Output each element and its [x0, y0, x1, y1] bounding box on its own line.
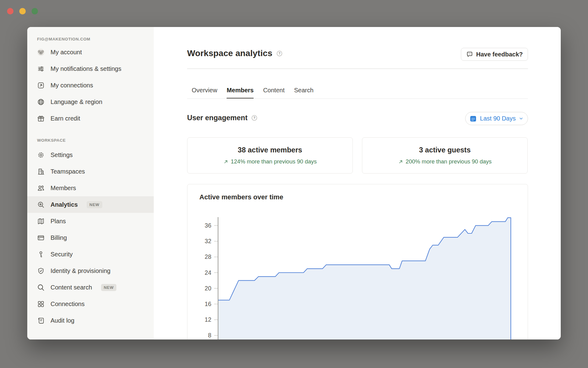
gear-icon	[37, 151, 45, 159]
grid-icon	[37, 300, 45, 308]
calendar-icon	[469, 115, 477, 122]
sidebar-item-label: Earn credit	[51, 113, 80, 124]
sidebar-item-earn-credit[interactable]: Earn credit	[27, 110, 154, 127]
zoom-window-button[interactable]	[32, 8, 38, 14]
stat-card: 3 active guests200% more than previous 9…	[362, 137, 528, 174]
stat-trend: 200% more than previous 90 days	[398, 158, 492, 165]
traffic-lights	[7, 8, 38, 14]
stat-headline: 3 active guests	[419, 146, 471, 154]
sidebar-item-connections[interactable]: Connections	[27, 296, 154, 312]
arrow-up-right-box-icon	[37, 82, 45, 89]
stat-trend: 124% more than previous 90 days	[223, 158, 317, 165]
tab-search[interactable]: Search	[294, 84, 313, 99]
sidebar-item-billing[interactable]: Billing	[27, 229, 154, 246]
question-circle-icon: ?	[276, 50, 283, 57]
sidebar-item-label: Connections	[51, 299, 85, 309]
stat-headline: 38 active members	[238, 146, 302, 154]
sidebar-item-label: Plans	[51, 216, 66, 227]
stat-trend-label: 200% more than previous 90 days	[406, 158, 492, 165]
tabs-divider	[187, 98, 528, 99]
key-icon	[37, 251, 45, 258]
workspace-section-label: WORKSPACE	[37, 138, 154, 143]
sidebar-item-plans[interactable]: Plans	[27, 213, 154, 229]
chevron-down-icon	[519, 116, 523, 121]
notion-settings-window: FIG@MAKENOTION.COM My accountMy notifica…	[27, 27, 561, 339]
engagement-header: User engagement ?	[187, 114, 258, 122]
feedback-label: Have feedback?	[476, 51, 523, 58]
date-range-filter[interactable]: Last 90 Days	[465, 112, 528, 125]
sidebar-item-security[interactable]: Security	[27, 246, 154, 263]
sliders-icon	[37, 65, 45, 73]
sidebar-item-audit-log[interactable]: Audit log	[27, 312, 154, 329]
svg-text:8: 8	[208, 332, 211, 339]
speech-bubble-icon	[466, 51, 473, 58]
have-feedback-button[interactable]: Have feedback?	[461, 48, 528, 61]
sidebar-item-my-notifications-settings[interactable]: My notifications & settings	[27, 60, 154, 77]
chart-card: Active members over time 363228242016128	[187, 184, 528, 339]
svg-text:28: 28	[205, 253, 211, 260]
chart-area-fill	[218, 218, 511, 339]
sidebar-item-label: Members	[51, 183, 76, 194]
new-badge: NEW	[101, 284, 117, 291]
sidebar-item-label: My account	[51, 47, 82, 58]
tab-overview[interactable]: Overview	[192, 84, 217, 99]
credit-card-icon	[37, 234, 45, 242]
sidebar-item-label: Analytics	[51, 199, 78, 210]
calendar-icon	[469, 115, 477, 122]
svg-text:32: 32	[205, 238, 211, 244]
desktop-background: FIG@MAKENOTION.COM My accountMy notifica…	[0, 0, 588, 368]
section-title: User engagement	[187, 114, 247, 122]
date-range-label: Last 90 Days	[480, 115, 516, 122]
tab-members[interactable]: Members	[227, 84, 254, 99]
workspace-nav: SettingsTeamspacesMembersAnalyticsNEWPla…	[27, 147, 154, 329]
help-icon[interactable]: ?	[276, 50, 283, 57]
sidebar-item-teamspaces[interactable]: Teamspaces	[27, 163, 154, 180]
sidebar-item-language-region[interactable]: Language & region	[27, 94, 154, 110]
help-icon[interactable]: ?	[251, 115, 258, 121]
sidebar-item-my-connections[interactable]: My connections	[27, 77, 154, 94]
close-window-button[interactable]	[7, 8, 13, 14]
account-nav: My accountMy notifications & settingsMy …	[27, 44, 154, 127]
sidebar-item-label: Settings	[51, 150, 73, 160]
svg-text:?: ?	[254, 116, 255, 120]
building-icon	[37, 168, 45, 175]
minimize-window-button[interactable]	[19, 8, 26, 14]
people-icon	[37, 184, 45, 192]
speech-bubble-icon	[466, 51, 473, 58]
new-badge: NEW	[87, 201, 102, 208]
chevron-down-icon	[519, 116, 523, 121]
sidebar-item-analytics[interactable]: AnalyticsNEW	[27, 196, 154, 213]
magnifier-sparkle-icon	[37, 201, 45, 209]
globe-icon	[37, 98, 45, 106]
page-header: Workspace analytics ?	[187, 48, 283, 58]
sidebar-item-label: Language & region	[51, 97, 102, 107]
page-title: Workspace analytics	[187, 48, 272, 58]
gift-icon	[37, 115, 45, 122]
shield-check-icon	[37, 267, 45, 275]
header-divider	[187, 68, 528, 69]
sidebar-item-content-search[interactable]: Content searchNEW	[27, 279, 154, 296]
chart-plot: 363228242016128	[195, 217, 528, 339]
svg-text:36: 36	[205, 222, 211, 229]
scroll-icon	[37, 317, 45, 324]
sidebar-item-my-account[interactable]: My account	[27, 44, 154, 60]
sidebar-item-label: My notifications & settings	[51, 63, 121, 74]
svg-text:16: 16	[205, 301, 211, 307]
sidebar-item-label: Audit log	[51, 315, 74, 326]
sidebar-item-settings[interactable]: Settings	[27, 147, 154, 163]
magnifier-icon	[37, 284, 45, 291]
sidebar-item-identity-provisioning[interactable]: Identity & provisioning	[27, 263, 154, 279]
active-members-area-chart: 363228242016128	[195, 217, 528, 339]
analytics-main: Workspace analytics ? Have feedback? Ove…	[154, 27, 561, 339]
avatar	[37, 48, 45, 56]
sidebar-item-label: Identity & provisioning	[51, 266, 111, 276]
sidebar-item-label: My connections	[51, 80, 93, 91]
tab-content[interactable]: Content	[263, 84, 285, 99]
sidebar-item-label: Billing	[51, 232, 67, 243]
arrow-up-right-icon	[223, 159, 228, 164]
arrow-up-right-icon	[398, 159, 403, 164]
sidebar-item-label: Content search	[51, 282, 92, 293]
svg-text:12: 12	[205, 316, 211, 323]
sidebar-item-members[interactable]: Members	[27, 180, 154, 196]
sidebar-item-label: Teamspaces	[51, 166, 85, 177]
